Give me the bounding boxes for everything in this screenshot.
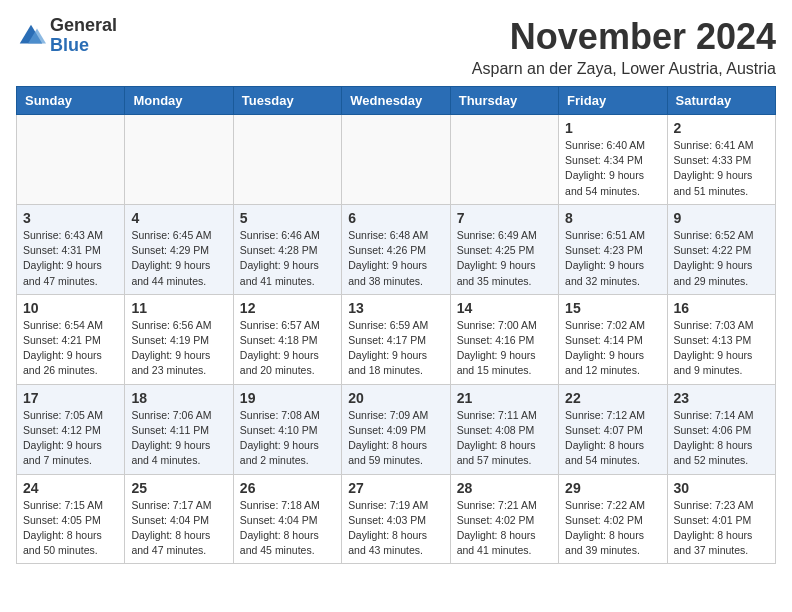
calendar-cell: 17Sunrise: 7:05 AM Sunset: 4:12 PM Dayli… bbox=[17, 384, 125, 474]
day-number: 23 bbox=[674, 390, 769, 406]
day-number: 24 bbox=[23, 480, 118, 496]
calendar-cell: 10Sunrise: 6:54 AM Sunset: 4:21 PM Dayli… bbox=[17, 294, 125, 384]
day-info: Sunrise: 6:49 AM Sunset: 4:25 PM Dayligh… bbox=[457, 228, 552, 289]
calendar-cell: 30Sunrise: 7:23 AM Sunset: 4:01 PM Dayli… bbox=[667, 474, 775, 564]
day-info: Sunrise: 7:08 AM Sunset: 4:10 PM Dayligh… bbox=[240, 408, 335, 469]
location-subtitle: Asparn an der Zaya, Lower Austria, Austr… bbox=[472, 60, 776, 78]
logo-blue-text: Blue bbox=[50, 35, 89, 55]
day-info: Sunrise: 7:19 AM Sunset: 4:03 PM Dayligh… bbox=[348, 498, 443, 559]
logo: General Blue bbox=[16, 16, 117, 56]
month-title: November 2024 bbox=[472, 16, 776, 58]
weekday-header-monday: Monday bbox=[125, 87, 233, 115]
calendar-week-row: 24Sunrise: 7:15 AM Sunset: 4:05 PM Dayli… bbox=[17, 474, 776, 564]
calendar-cell: 12Sunrise: 6:57 AM Sunset: 4:18 PM Dayli… bbox=[233, 294, 341, 384]
day-info: Sunrise: 6:46 AM Sunset: 4:28 PM Dayligh… bbox=[240, 228, 335, 289]
day-number: 26 bbox=[240, 480, 335, 496]
calendar-cell: 2Sunrise: 6:41 AM Sunset: 4:33 PM Daylig… bbox=[667, 115, 775, 205]
day-info: Sunrise: 7:17 AM Sunset: 4:04 PM Dayligh… bbox=[131, 498, 226, 559]
day-number: 11 bbox=[131, 300, 226, 316]
day-info: Sunrise: 7:18 AM Sunset: 4:04 PM Dayligh… bbox=[240, 498, 335, 559]
day-info: Sunrise: 6:41 AM Sunset: 4:33 PM Dayligh… bbox=[674, 138, 769, 199]
calendar-cell: 1Sunrise: 6:40 AM Sunset: 4:34 PM Daylig… bbox=[559, 115, 667, 205]
day-info: Sunrise: 7:00 AM Sunset: 4:16 PM Dayligh… bbox=[457, 318, 552, 379]
calendar-cell bbox=[233, 115, 341, 205]
day-info: Sunrise: 6:54 AM Sunset: 4:21 PM Dayligh… bbox=[23, 318, 118, 379]
day-number: 17 bbox=[23, 390, 118, 406]
day-number: 1 bbox=[565, 120, 660, 136]
day-number: 15 bbox=[565, 300, 660, 316]
weekday-header-saturday: Saturday bbox=[667, 87, 775, 115]
day-info: Sunrise: 7:05 AM Sunset: 4:12 PM Dayligh… bbox=[23, 408, 118, 469]
logo-general-text: General bbox=[50, 15, 117, 35]
day-number: 13 bbox=[348, 300, 443, 316]
day-info: Sunrise: 7:03 AM Sunset: 4:13 PM Dayligh… bbox=[674, 318, 769, 379]
calendar-cell: 7Sunrise: 6:49 AM Sunset: 4:25 PM Daylig… bbox=[450, 204, 558, 294]
weekday-header-row: SundayMondayTuesdayWednesdayThursdayFrid… bbox=[17, 87, 776, 115]
weekday-header-wednesday: Wednesday bbox=[342, 87, 450, 115]
calendar-cell: 15Sunrise: 7:02 AM Sunset: 4:14 PM Dayli… bbox=[559, 294, 667, 384]
calendar-cell bbox=[342, 115, 450, 205]
calendar-cell: 19Sunrise: 7:08 AM Sunset: 4:10 PM Dayli… bbox=[233, 384, 341, 474]
calendar-cell bbox=[125, 115, 233, 205]
calendar-cell: 23Sunrise: 7:14 AM Sunset: 4:06 PM Dayli… bbox=[667, 384, 775, 474]
weekday-header-tuesday: Tuesday bbox=[233, 87, 341, 115]
calendar-cell: 3Sunrise: 6:43 AM Sunset: 4:31 PM Daylig… bbox=[17, 204, 125, 294]
day-info: Sunrise: 7:22 AM Sunset: 4:02 PM Dayligh… bbox=[565, 498, 660, 559]
day-info: Sunrise: 6:59 AM Sunset: 4:17 PM Dayligh… bbox=[348, 318, 443, 379]
day-number: 21 bbox=[457, 390, 552, 406]
logo-icon bbox=[16, 21, 46, 51]
calendar-cell: 4Sunrise: 6:45 AM Sunset: 4:29 PM Daylig… bbox=[125, 204, 233, 294]
calendar-week-row: 3Sunrise: 6:43 AM Sunset: 4:31 PM Daylig… bbox=[17, 204, 776, 294]
day-info: Sunrise: 6:48 AM Sunset: 4:26 PM Dayligh… bbox=[348, 228, 443, 289]
weekday-header-thursday: Thursday bbox=[450, 87, 558, 115]
calendar-cell: 20Sunrise: 7:09 AM Sunset: 4:09 PM Dayli… bbox=[342, 384, 450, 474]
day-number: 22 bbox=[565, 390, 660, 406]
day-number: 16 bbox=[674, 300, 769, 316]
day-info: Sunrise: 7:09 AM Sunset: 4:09 PM Dayligh… bbox=[348, 408, 443, 469]
day-number: 7 bbox=[457, 210, 552, 226]
calendar-cell: 21Sunrise: 7:11 AM Sunset: 4:08 PM Dayli… bbox=[450, 384, 558, 474]
day-info: Sunrise: 7:11 AM Sunset: 4:08 PM Dayligh… bbox=[457, 408, 552, 469]
day-number: 14 bbox=[457, 300, 552, 316]
calendar-cell: 16Sunrise: 7:03 AM Sunset: 4:13 PM Dayli… bbox=[667, 294, 775, 384]
calendar-cell: 29Sunrise: 7:22 AM Sunset: 4:02 PM Dayli… bbox=[559, 474, 667, 564]
calendar-table: SundayMondayTuesdayWednesdayThursdayFrid… bbox=[16, 86, 776, 564]
calendar-cell bbox=[450, 115, 558, 205]
title-block: November 2024 Asparn an der Zaya, Lower … bbox=[472, 16, 776, 78]
calendar-cell: 13Sunrise: 6:59 AM Sunset: 4:17 PM Dayli… bbox=[342, 294, 450, 384]
day-info: Sunrise: 7:02 AM Sunset: 4:14 PM Dayligh… bbox=[565, 318, 660, 379]
calendar-cell: 22Sunrise: 7:12 AM Sunset: 4:07 PM Dayli… bbox=[559, 384, 667, 474]
calendar-cell: 5Sunrise: 6:46 AM Sunset: 4:28 PM Daylig… bbox=[233, 204, 341, 294]
calendar-week-row: 10Sunrise: 6:54 AM Sunset: 4:21 PM Dayli… bbox=[17, 294, 776, 384]
day-number: 6 bbox=[348, 210, 443, 226]
calendar-cell: 26Sunrise: 7:18 AM Sunset: 4:04 PM Dayli… bbox=[233, 474, 341, 564]
calendar-cell: 24Sunrise: 7:15 AM Sunset: 4:05 PM Dayli… bbox=[17, 474, 125, 564]
day-info: Sunrise: 7:21 AM Sunset: 4:02 PM Dayligh… bbox=[457, 498, 552, 559]
weekday-header-friday: Friday bbox=[559, 87, 667, 115]
day-number: 29 bbox=[565, 480, 660, 496]
day-info: Sunrise: 6:43 AM Sunset: 4:31 PM Dayligh… bbox=[23, 228, 118, 289]
day-info: Sunrise: 7:23 AM Sunset: 4:01 PM Dayligh… bbox=[674, 498, 769, 559]
day-number: 25 bbox=[131, 480, 226, 496]
day-info: Sunrise: 7:15 AM Sunset: 4:05 PM Dayligh… bbox=[23, 498, 118, 559]
calendar-cell: 6Sunrise: 6:48 AM Sunset: 4:26 PM Daylig… bbox=[342, 204, 450, 294]
day-info: Sunrise: 6:51 AM Sunset: 4:23 PM Dayligh… bbox=[565, 228, 660, 289]
day-number: 3 bbox=[23, 210, 118, 226]
calendar-cell: 11Sunrise: 6:56 AM Sunset: 4:19 PM Dayli… bbox=[125, 294, 233, 384]
day-number: 27 bbox=[348, 480, 443, 496]
calendar-cell bbox=[17, 115, 125, 205]
day-number: 5 bbox=[240, 210, 335, 226]
calendar-cell: 8Sunrise: 6:51 AM Sunset: 4:23 PM Daylig… bbox=[559, 204, 667, 294]
day-number: 2 bbox=[674, 120, 769, 136]
day-number: 19 bbox=[240, 390, 335, 406]
day-info: Sunrise: 6:56 AM Sunset: 4:19 PM Dayligh… bbox=[131, 318, 226, 379]
day-info: Sunrise: 6:57 AM Sunset: 4:18 PM Dayligh… bbox=[240, 318, 335, 379]
day-number: 12 bbox=[240, 300, 335, 316]
day-number: 18 bbox=[131, 390, 226, 406]
day-number: 4 bbox=[131, 210, 226, 226]
day-number: 30 bbox=[674, 480, 769, 496]
day-number: 10 bbox=[23, 300, 118, 316]
day-info: Sunrise: 6:40 AM Sunset: 4:34 PM Dayligh… bbox=[565, 138, 660, 199]
weekday-header-sunday: Sunday bbox=[17, 87, 125, 115]
calendar-cell: 28Sunrise: 7:21 AM Sunset: 4:02 PM Dayli… bbox=[450, 474, 558, 564]
